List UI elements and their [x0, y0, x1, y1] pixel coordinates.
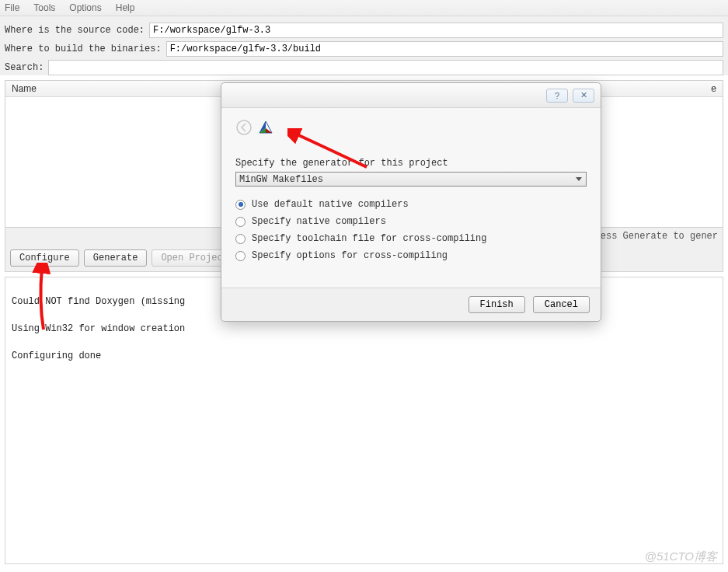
- specify-generator-label: Specify the generator for this project: [235, 158, 587, 169]
- radio-label: Specify native compilers: [252, 216, 386, 227]
- menu-tools[interactable]: Tools: [33, 2, 55, 13]
- source-code-input[interactable]: [149, 23, 723, 38]
- close-button[interactable]: ✕: [573, 89, 594, 103]
- cancel-button[interactable]: Cancel: [533, 296, 590, 313]
- watermark-text: @51CTO博客: [645, 549, 717, 564]
- dialog-footer: Finish Cancel: [221, 288, 601, 321]
- menu-file[interactable]: File: [5, 2, 19, 13]
- radio-specify-native[interactable]: [235, 217, 246, 227]
- log-line: Using Win32 for window creation: [12, 323, 716, 336]
- menu-options[interactable]: Options: [69, 2, 101, 13]
- menu-bar: File Tools Options Help: [0, 0, 728, 16]
- finish-button[interactable]: Finish: [468, 296, 525, 313]
- dialog-titlebar: ? ✕: [221, 83, 601, 108]
- help-button[interactable]: ?: [546, 89, 568, 103]
- paths-form: Where is the source code: Where to build…: [0, 16, 728, 75]
- menu-help[interactable]: Help: [116, 2, 135, 13]
- generate-button[interactable]: Generate: [84, 249, 148, 267]
- log-line: Configuring done: [12, 350, 716, 363]
- radio-label: Specify toolchain file for cross-compili…: [252, 233, 486, 244]
- cmake-logo-icon: [259, 120, 273, 138]
- back-icon[interactable]: [235, 119, 253, 139]
- column-value[interactable]: e: [592, 83, 716, 94]
- generator-dialog: ? ✕ Specify the generator for this proje…: [221, 82, 601, 322]
- search-label: Search:: [5, 62, 44, 73]
- compiler-radio-group: Use default native compilers Specify nat…: [235, 199, 587, 261]
- radio-toolchain-file[interactable]: [235, 234, 246, 244]
- source-code-label: Where is the source code:: [5, 25, 145, 36]
- svg-point-0: [237, 120, 251, 134]
- build-path-input[interactable]: [166, 41, 723, 57]
- radio-label: Specify options for cross-compiling: [252, 250, 448, 261]
- radio-specify-options[interactable]: [235, 251, 246, 261]
- search-input[interactable]: [48, 60, 723, 75]
- build-path-label: Where to build the binaries:: [5, 44, 162, 54]
- radio-label: Use default native compilers: [252, 199, 409, 210]
- configure-button[interactable]: Configure: [10, 249, 79, 267]
- generator-dropdown[interactable]: MinGW Makefiles: [235, 172, 587, 187]
- radio-default-native[interactable]: [235, 200, 246, 210]
